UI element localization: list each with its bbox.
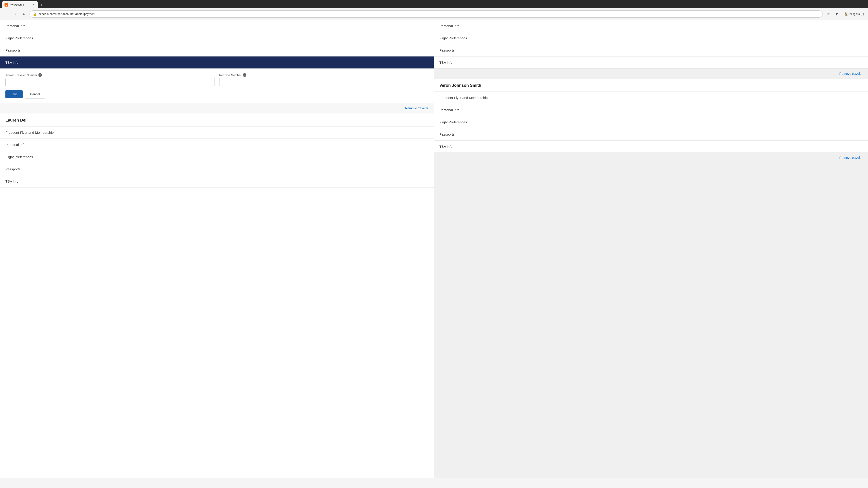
tab-bar: E My Account ✕ + bbox=[0, 0, 868, 8]
lauren-deli-header: Lauren Deli bbox=[0, 113, 434, 127]
left-passports-0[interactable]: Passports bbox=[0, 44, 434, 57]
right-column: Personal Info Flight Preferences Passpor… bbox=[434, 20, 868, 478]
reload-button[interactable]: ↻ bbox=[20, 10, 28, 18]
back-button[interactable]: ← bbox=[2, 10, 9, 18]
incognito-button[interactable]: 🕵 Incognito (2) bbox=[843, 11, 866, 17]
veron-header: Veron Johnson Smith bbox=[434, 78, 868, 92]
form-buttons: Save Cancel bbox=[5, 90, 428, 98]
veron-name: Veron Johnson Smith bbox=[439, 83, 481, 88]
cancel-button[interactable]: Cancel bbox=[25, 90, 45, 98]
right-passports-0[interactable]: Passports bbox=[434, 44, 868, 57]
left-flight-prefs-1[interactable]: Flight Preferences bbox=[0, 151, 434, 163]
right-personal-info-0[interactable]: Personal Info bbox=[434, 20, 868, 32]
tab-favicon: E bbox=[4, 3, 8, 6]
right-remove-traveler-1: Remove traveler bbox=[434, 153, 868, 163]
left-traveler-section-0: Personal Info Flight Preferences Passpor… bbox=[0, 20, 434, 113]
right-personal-info-1[interactable]: Personal Info bbox=[434, 104, 868, 116]
right-flight-prefs-0[interactable]: Flight Preferences bbox=[434, 32, 868, 44]
left-remove-traveler-link-0[interactable]: Remove traveler bbox=[405, 106, 428, 110]
right-frequent-flyer-1[interactable]: Frequent Flyer and Membership bbox=[434, 92, 868, 104]
right-remove-traveler-0: Remove traveler bbox=[434, 69, 868, 78]
left-tsa-info-0[interactable]: TSA Info bbox=[0, 57, 434, 69]
left-flight-prefs-0[interactable]: Flight Preferences bbox=[0, 32, 434, 44]
right-traveler-section-1: Veron Johnson Smith Frequent Flyer and M… bbox=[434, 78, 868, 163]
lock-icon: 🔒 bbox=[33, 12, 37, 16]
redress-label: Redress Number ? bbox=[219, 73, 429, 77]
right-remove-traveler-link-0[interactable]: Remove traveler bbox=[839, 72, 863, 75]
known-traveler-group: Known Traveler Number ? bbox=[5, 73, 215, 86]
redress-input[interactable] bbox=[219, 78, 429, 86]
bookmark-button[interactable]: ☆ bbox=[825, 10, 832, 18]
new-tab-button[interactable]: + bbox=[38, 2, 45, 8]
known-traveler-label: Known Traveler Number ? bbox=[5, 73, 215, 77]
form-fields-row: Known Traveler Number ? Redress Number ? bbox=[5, 73, 428, 86]
known-traveler-input[interactable] bbox=[5, 78, 215, 86]
page-content: Personal Info Flight Preferences Passpor… bbox=[0, 20, 868, 478]
right-tsa-info-1[interactable]: TSA Info bbox=[434, 140, 868, 153]
tab-title: My Account bbox=[10, 3, 30, 6]
url-input[interactable] bbox=[38, 12, 819, 15]
right-remove-traveler-link-1[interactable]: Remove traveler bbox=[839, 156, 863, 160]
left-personal-info-0[interactable]: Personal Info bbox=[0, 20, 434, 32]
split-view-button[interactable]: ◤ bbox=[834, 10, 841, 18]
left-passports-1[interactable]: Passports bbox=[0, 163, 434, 175]
left-traveler-section-1: Lauren Deli Frequent Flyer and Membershi… bbox=[0, 113, 434, 188]
lauren-deli-name: Lauren Deli bbox=[5, 118, 28, 123]
active-tab[interactable]: E My Account ✕ bbox=[2, 1, 38, 8]
forward-button[interactable]: → bbox=[11, 10, 19, 18]
tab-close-button[interactable]: ✕ bbox=[32, 3, 35, 6]
incognito-label: Incognito (2) bbox=[849, 12, 864, 15]
right-flight-prefs-1[interactable]: Flight Preferences bbox=[434, 116, 868, 128]
right-passports-1[interactable]: Passports bbox=[434, 128, 868, 140]
incognito-icon: 🕵 bbox=[844, 12, 848, 15]
known-traveler-help-icon[interactable]: ? bbox=[38, 73, 42, 77]
left-frequent-flyer-1[interactable]: Frequent Flyer and Membership bbox=[0, 127, 434, 139]
left-column: Personal Info Flight Preferences Passpor… bbox=[0, 20, 434, 478]
right-tsa-info-0[interactable]: TSA Info bbox=[434, 57, 868, 69]
address-bar: 🔒 bbox=[29, 10, 823, 18]
save-button[interactable]: Save bbox=[5, 90, 23, 98]
right-traveler-section-0: Personal Info Flight Preferences Passpor… bbox=[434, 20, 868, 78]
left-personal-info-1[interactable]: Personal Info bbox=[0, 139, 434, 151]
left-remove-traveler-0: Remove traveler bbox=[0, 103, 434, 113]
redress-group: Redress Number ? bbox=[219, 73, 429, 86]
address-bar-row: ← → ↻ 🔒 ☆ ◤ 🕵 Incognito (2) bbox=[0, 8, 868, 20]
redress-help-icon[interactable]: ? bbox=[243, 73, 246, 77]
left-tsa-info-1[interactable]: TSA Info bbox=[0, 175, 434, 188]
tsa-form: Known Traveler Number ? Redress Number ? bbox=[0, 69, 434, 103]
